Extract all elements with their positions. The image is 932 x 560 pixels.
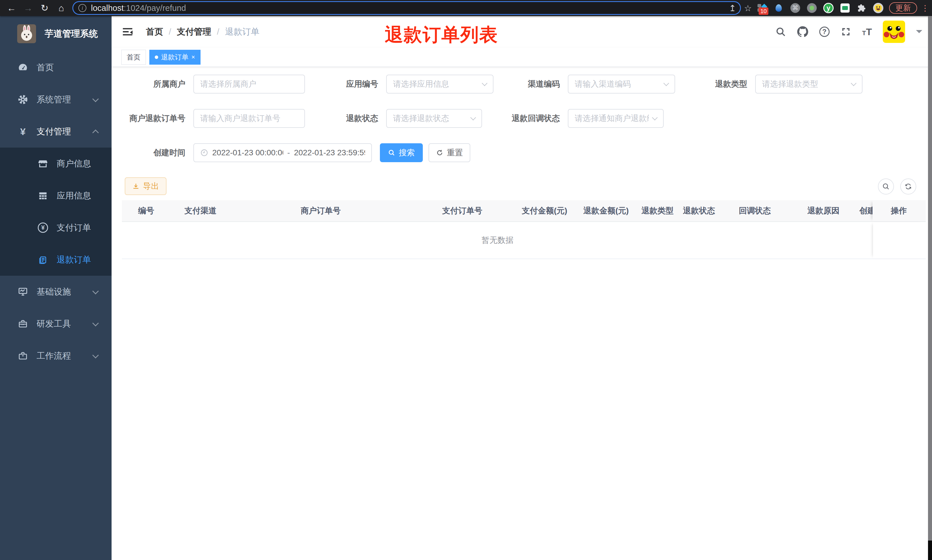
search-icon[interactable] <box>775 26 786 37</box>
sidebar-item-home[interactable]: 首页 <box>0 51 112 83</box>
emoji-extension-icon[interactable] <box>873 3 883 13</box>
search-button[interactable]: 搜索 <box>380 143 423 162</box>
window-scrollbar[interactable] <box>928 16 932 540</box>
clock-icon <box>200 149 208 157</box>
app-select[interactable]: 请选择应用信息 <box>386 75 494 94</box>
command-extension-icon[interactable]: ⌘ <box>790 3 800 13</box>
user-avatar[interactable] <box>883 21 905 43</box>
grid-icon <box>37 191 49 200</box>
chat-extension-icon[interactable] <box>840 3 850 13</box>
col-create-time: 创建时间 <box>857 200 872 222</box>
refresh-icon <box>436 149 443 157</box>
tab-manager-extension-icon[interactable]: 10 <box>757 3 767 13</box>
col-pay-order-no: 支付订单号 <box>411 200 514 222</box>
callback-status-select[interactable]: 请选择通知商户退款结果的 <box>568 109 664 128</box>
url-text: localhost:1024/pay/refund <box>91 3 724 13</box>
table-empty-body: 暂无数据 <box>122 222 926 259</box>
github-icon[interactable] <box>797 26 808 37</box>
col-merchant-order-no: 商户订单号 <box>231 200 411 222</box>
col-id: 编号 <box>122 200 171 222</box>
gem-extension-icon[interactable] <box>774 3 784 13</box>
page-title: 退款订单列表 <box>385 22 498 47</box>
sidebar-item-infrastructure[interactable]: 基础设施 <box>0 276 112 308</box>
y-extension-icon[interactable]: y <box>823 3 834 13</box>
briefcase-icon <box>17 351 29 361</box>
home-icon[interactable]: ⌂ <box>55 2 68 14</box>
reload-icon[interactable]: ↻ <box>38 2 51 14</box>
update-button[interactable]: 更新 <box>889 2 917 14</box>
document-icon <box>37 255 49 265</box>
search-icon <box>882 183 890 191</box>
sidebar-item-merchant-info[interactable]: 商户信息 <box>0 148 112 180</box>
filter-label-callback-status: 退款回调状态 <box>491 113 568 124</box>
forward-icon[interactable]: → <box>22 2 34 14</box>
breadcrumb-home[interactable]: 首页 <box>146 26 163 38</box>
tag-refund-order[interactable]: 退款订单 × <box>149 50 200 65</box>
sidebar-item-pay-order[interactable]: ¥ 支付订单 <box>0 212 112 244</box>
help-icon[interactable]: ? <box>819 26 830 37</box>
chevron-down-icon <box>92 96 99 102</box>
avatar-caret-icon[interactable] <box>916 30 922 36</box>
sidebar-item-payment[interactable]: ¥ 支付管理 <box>0 115 112 148</box>
chevron-down-icon <box>92 352 99 358</box>
fullscreen-icon[interactable] <box>840 26 851 37</box>
back-icon[interactable]: ← <box>5 2 18 14</box>
chevron-down-icon <box>92 288 99 295</box>
filter-label-create-time: 创建时间 <box>123 147 193 158</box>
filter-label-merchant: 所属商户 <box>123 78 193 89</box>
merchant-input[interactable] <box>193 75 305 94</box>
toggle-search-button[interactable] <box>878 178 894 194</box>
refund-status-select[interactable]: 请选择退款状态 <box>386 109 482 128</box>
collapse-sidebar-icon[interactable] <box>121 25 134 38</box>
filter-label-channel: 渠道编码 <box>503 78 568 89</box>
date-end[interactable]: 2022-01-23 23:59:59 <box>294 148 365 157</box>
browser-menu-icon[interactable]: ⋮ <box>921 3 927 13</box>
extensions-puzzle-icon[interactable] <box>857 3 867 13</box>
chevron-down-icon <box>851 80 857 86</box>
merchant-refund-no-input[interactable] <box>193 109 305 128</box>
refresh-table-button[interactable] <box>900 178 916 194</box>
empty-data-text: 暂无数据 <box>122 222 873 258</box>
recorder-extension-icon[interactable] <box>807 3 817 13</box>
sidebar-item-dev-tools[interactable]: 研发工具 <box>0 308 112 340</box>
sidebar-item-app-info[interactable]: 应用信息 <box>0 180 112 212</box>
fixed-actions-column <box>873 222 926 258</box>
toolbox-icon <box>17 319 29 329</box>
window-corner <box>928 540 932 560</box>
page-content: 所属商户 应用编号 请选择应用信息 渠道编码 请输入渠道编码 退款类型 <box>112 67 932 560</box>
sidebar-item-system[interactable]: 系统管理 <box>0 83 112 115</box>
tag-home[interactable]: 首页 <box>121 50 146 65</box>
filter-label-merchant-refund-no: 商户退款订单号 <box>123 113 193 124</box>
merchant-input-field[interactable] <box>200 80 298 89</box>
sidebar-item-workflow[interactable]: 工作流程 <box>0 340 112 372</box>
tags-view: 首页 退款订单 × <box>112 48 932 67</box>
yen-circle-icon: ¥ <box>37 223 49 233</box>
extension-badge: 10 <box>759 8 768 15</box>
download-icon <box>132 183 140 190</box>
share-icon[interactable]: ↥ <box>729 3 736 13</box>
sidebar: 芋道管理系统 首页 系统管理 ¥ 支付管理 <box>0 16 112 560</box>
app-title: 芋道管理系统 <box>45 28 98 40</box>
export-button[interactable]: 导出 <box>125 177 166 195</box>
sidebar-item-refund-order[interactable]: 退款订单 <box>0 244 112 276</box>
breadcrumb: 首页 / 支付管理 / 退款订单 <box>146 26 260 38</box>
col-refund-amount: 退款金额(元) <box>575 200 637 222</box>
breadcrumb-payment[interactable]: 支付管理 <box>177 26 211 38</box>
dashboard-icon <box>17 62 29 73</box>
date-start[interactable]: 2022-01-23 00:00:00 <box>212 148 283 157</box>
address-bar[interactable]: i localhost:1024/pay/refund ↥ <box>73 2 740 14</box>
date-range-picker[interactable]: 2022-01-23 00:00:00 - 2022-01-23 23:59:5… <box>193 143 372 162</box>
refund-table: 编号 支付渠道 商户订单号 支付订单号 支付金额(元) 退款金额(元) 退款类型… <box>122 200 926 259</box>
font-size-icon[interactable]: TT <box>862 26 872 37</box>
merchant-refund-no-field[interactable] <box>200 114 298 123</box>
channel-select[interactable]: 请输入渠道编码 <box>568 75 675 94</box>
shop-icon <box>37 159 49 168</box>
close-icon[interactable]: × <box>191 54 195 61</box>
yen-icon: ¥ <box>17 126 29 137</box>
refund-type-select[interactable]: 请选择退款类型 <box>755 75 863 94</box>
bookmark-star-icon[interactable]: ☆ <box>744 3 752 13</box>
main-area: 首页 / 支付管理 / 退款订单 退款订单列表 ? TT 首页 <box>112 16 932 560</box>
reset-button[interactable]: 重置 <box>429 143 470 162</box>
payment-submenu: 商户信息 应用信息 ¥ 支付订单 退款订单 <box>0 148 112 276</box>
site-info-icon[interactable]: i <box>78 4 86 12</box>
